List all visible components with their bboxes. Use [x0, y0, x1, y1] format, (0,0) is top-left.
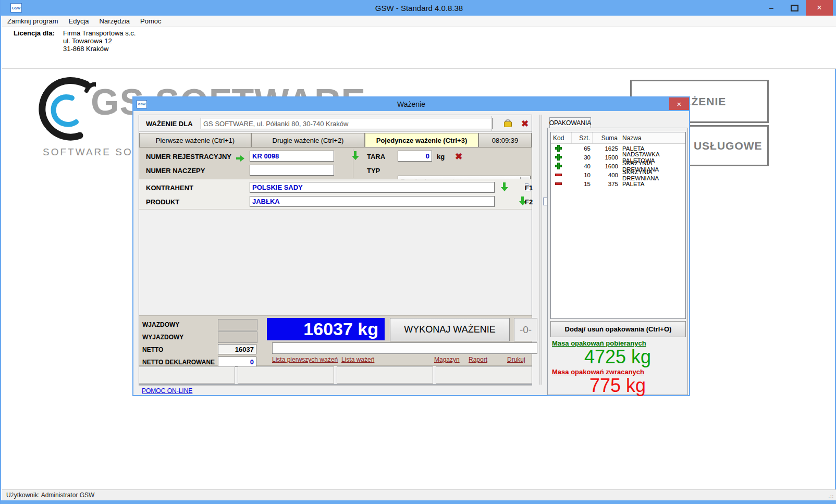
resize-grip-icon[interactable]: .:: [828, 494, 834, 499]
plus-icon [555, 145, 562, 152]
license-separator [2, 68, 836, 69]
numer-rejestracyjny-label: NUMER REJESTRACYJNY [146, 153, 231, 161]
raport-link[interactable]: Raport [469, 356, 487, 363]
minus-icon [555, 182, 562, 185]
status-user: Użytkownik: Administrator GSW [6, 491, 94, 499]
numer-naczepy-input[interactable] [250, 165, 334, 176]
status-bar: Użytkownik: Administrator GSW .:: [2, 489, 836, 500]
license-label: Licencja dla: [14, 29, 55, 37]
numer-rejestracyjny-dropdown-icon[interactable] [352, 151, 359, 160]
divider [491, 116, 492, 131]
window-title: GSW - Standard 4.0.8.38 [1, 4, 836, 13]
wjazdowy-field [218, 319, 257, 330]
produkt-fkey: F2 [525, 198, 533, 206]
empty-function-box[interactable] [436, 366, 532, 384]
produkt-input[interactable] [250, 196, 495, 207]
wjazdowy-label: WJAZDOWY [142, 321, 179, 328]
tab-opakowania[interactable]: OPAKOWANIA [549, 117, 591, 128]
license-line-3: 31-868 Kraków [63, 45, 108, 53]
kontrahent-dropdown-icon[interactable] [501, 182, 508, 191]
opakowania-list: Kod Szt. Suma Nazwa 65 1625 PALETA 30 15… [550, 132, 686, 319]
arrow-right-icon [236, 155, 244, 162]
masa-zwracanych-value: 775 kg [548, 375, 687, 397]
netto-deklarowane-label: NETTO DEKLAROWANE [142, 359, 215, 366]
maximize-button[interactable] [783, 0, 806, 16]
produkt-label: PRODUKT [146, 198, 179, 206]
clock: 08:09:39 [478, 133, 532, 147]
weight-display: 16037 kg [267, 318, 385, 340]
column-suma: Suma [593, 132, 620, 143]
license-line-2: ul. Towarowa 12 [63, 37, 112, 45]
dialog-title-bar: GSW Ważenie × [133, 97, 689, 111]
typ-label: TYP [367, 167, 380, 175]
numer-rejestracyjny-input[interactable] [250, 151, 334, 162]
wykonaj-wazenie-button[interactable]: WYKONAJ WAŻENIE [390, 318, 510, 341]
drukuj-link[interactable]: Drukuj [507, 356, 525, 363]
license-panel: Licencja dla: Firma Transportowa s.c. ul… [2, 27, 836, 69]
clear-tara-icon[interactable]: ✖ [455, 152, 462, 161]
wazenie-dla-input[interactable] [201, 118, 493, 129]
wyjazdowy-field [218, 331, 257, 343]
table-row[interactable]: 10 400 SKRZYNIA DREWNIANA [551, 170, 685, 179]
wazenie-dla-row: WAŻENIE DLA ✖ [139, 115, 532, 132]
maximize-icon [791, 5, 798, 11]
weighing-form-panel: WAŻENIE DLA ✖ Pierwsze ważenie (Ctrl+1) … [139, 115, 532, 385]
numer-naczepy-label: NUMER NACZEPY [146, 167, 205, 175]
minimize-button[interactable]: – [760, 0, 783, 16]
column-szt: Szt. [572, 132, 593, 143]
opakowania-header: Kod Szt. Suma Nazwa [551, 132, 685, 144]
tara-input[interactable] [398, 151, 432, 162]
gs-logo-icon [39, 77, 96, 144]
window-bottom-border [1, 500, 836, 504]
dialog-close-button[interactable]: × [669, 97, 689, 110]
menu-item-zamknij-program[interactable]: Zamknij program [2, 16, 64, 26]
menu-item-pomoc[interactable]: Pomoc [135, 16, 166, 26]
netto-label: NETTO [142, 346, 163, 353]
lista-wazen-link[interactable]: Lista ważeń [341, 356, 374, 363]
masa-pobieranych-value: 4725 kg [548, 346, 687, 368]
plus-icon [555, 163, 562, 169]
comment-field[interactable] [272, 342, 537, 354]
clear-wazenie-dla-icon[interactable]: ✖ [521, 119, 528, 128]
pomoc-online-link[interactable]: POMOC ON-LINE [142, 387, 192, 395]
tab-drugie-wazenie[interactable]: Drugie ważenie (Ctrl+2) [251, 133, 365, 147]
dialog-title: Ważenie [133, 100, 689, 108]
column-kod: Kod [551, 132, 572, 143]
close-button[interactable]: × [806, 0, 833, 16]
zero-scale-button[interactable]: -0- [514, 318, 537, 341]
magazyn-link[interactable]: Magazyn [434, 356, 460, 363]
lista-pierwszych-wazen-link[interactable]: Lista pierwszych ważeń [272, 356, 338, 363]
menu-item-narzedzia[interactable]: Narzędzia [94, 16, 136, 26]
function-boxes-row [139, 366, 532, 384]
license-line-1: Firma Transportowa s.c. [63, 29, 136, 37]
title-bar: GSW GSW - Standard 4.0.8.38 – × [1, 0, 836, 16]
netto-deklarowane-input[interactable]: 0 [218, 357, 256, 367]
menu-item-edycja[interactable]: Edycja [64, 16, 94, 26]
wazenie-dialog: GSW Ważenie × WAŻENIE DLA ✖ Pierwsze waż… [132, 96, 690, 396]
wyjazdowy-label: WYJAZDOWY [142, 334, 183, 341]
license-lines: Firma Transportowa s.c. ul. Towarowa 12 … [63, 29, 136, 53]
opakowania-panel: Kod Szt. Suma Nazwa 65 1625 PALETA 30 15… [547, 128, 688, 395]
dodaj-usun-opakowania-button[interactable]: Dodaj/ usuń opakowania (Ctrl+O) [550, 321, 686, 337]
tab-pojedyncze-wazenie[interactable]: Pojedyncze ważenie (Ctrl+3) [365, 133, 478, 147]
menu-bar: Zamknij program Edycja Narzędzia Pomoc [2, 16, 836, 27]
kontrahent-fkey: F1 [525, 184, 533, 192]
wazenie-dla-label: WAŻENIE DLA [146, 120, 193, 128]
tara-label: TARA [367, 153, 385, 161]
tab-pierwsze-wazenie[interactable]: Pierwsze ważenie (Ctrl+1) [139, 133, 251, 147]
table-row[interactable]: 15 375 PALETA [551, 179, 685, 188]
weights-section: WJAZDOWY WYJAZDOWY NETTO NETTO DEKLAROWA… [139, 315, 532, 366]
plus-icon [555, 154, 562, 161]
empty-function-box[interactable] [337, 366, 433, 384]
empty-function-box[interactable] [139, 366, 235, 384]
divider [139, 385, 532, 386]
column-nazwa: Nazwa [620, 132, 685, 143]
contractor-product-section: KONTRAHENT F1 PRODUKT F2 [139, 179, 532, 210]
kontrahent-label: KONTRAHENT [146, 184, 193, 192]
panel-splitter[interactable] [539, 115, 542, 385]
tara-unit: kg [437, 153, 445, 161]
empty-function-box[interactable] [238, 366, 334, 384]
lock-icon[interactable] [504, 119, 511, 127]
kontrahent-input[interactable] [250, 182, 495, 193]
vehicle-section: NUMER REJESTRACYJNY TARA kg ✖ NUMER NACZ… [139, 147, 532, 179]
